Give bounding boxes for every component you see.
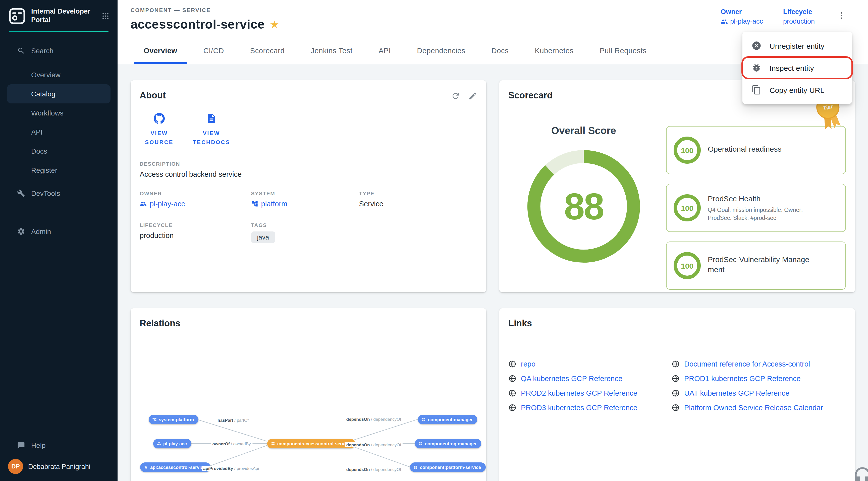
tab-api[interactable]: API xyxy=(366,38,404,64)
menu-item-copy-entity-url[interactable]: Copy entity URL xyxy=(742,79,852,101)
tab-scorecard[interactable]: Scorecard xyxy=(237,38,298,64)
component-icon xyxy=(418,441,423,446)
relations-graph: system:platform pl-play-acc api:accessco… xyxy=(131,333,486,481)
github-icon xyxy=(154,113,165,124)
view-techdocs-link[interactable]: VIEW TECHDOCS xyxy=(192,113,231,147)
globe-icon xyxy=(508,389,516,397)
link-uat-kubernetes[interactable]: UAT kubernetes GCP Reference xyxy=(672,388,846,398)
overall-score-value: 88 xyxy=(524,147,644,266)
favorite-star-icon[interactable]: ★ xyxy=(270,19,279,29)
sidebar-search[interactable]: Search xyxy=(0,41,118,60)
tab-cicd[interactable]: CI/CD xyxy=(190,38,237,64)
sidebar-accent-divider xyxy=(9,31,108,32)
relation-node-platform-service[interactable]: component:platform-service xyxy=(410,462,486,472)
lifecycle-label: Lifecycle xyxy=(783,8,815,15)
chat-icon xyxy=(17,441,25,449)
tab-kubernetes[interactable]: Kubernetes xyxy=(522,38,586,64)
bug-icon xyxy=(751,63,762,73)
techdocs-icon xyxy=(206,113,217,124)
component-icon xyxy=(271,441,275,446)
cancel-icon xyxy=(751,41,762,51)
refresh-icon[interactable] xyxy=(451,91,460,100)
edge-label: dependsOn / dependencyOf xyxy=(345,467,403,472)
tab-dependencies[interactable]: Dependencies xyxy=(404,38,478,64)
sidebar-nav: Overview Catalog Workflows API Docs Regi… xyxy=(0,65,118,180)
star-icon xyxy=(144,465,148,470)
search-icon xyxy=(17,47,25,55)
screen: Internal Developer Portal Search Overvie… xyxy=(0,0,868,481)
system-tree-icon xyxy=(152,417,157,422)
sidebar-item-docs[interactable]: Docs xyxy=(7,141,111,161)
edit-icon[interactable] xyxy=(468,91,477,100)
entity-meta: Owner pl-play-acc Lifecycle production xyxy=(720,8,846,25)
sidebar-item-register[interactable]: Register xyxy=(7,161,111,180)
relation-node-system[interactable]: system:platform xyxy=(149,415,198,424)
entity-context-menu: Unregister entity Inspect entity Copy en… xyxy=(742,32,852,104)
sidebar-item-workflows[interactable]: Workflows xyxy=(7,103,111,123)
about-card: About VIEW SOURCE VIEW TE xyxy=(131,80,486,292)
link-prod3-kubernetes[interactable]: PROD3 kubernetes GCP Reference xyxy=(508,403,672,412)
scorecard-card: Scorecard Tier Overall Score xyxy=(499,80,855,292)
tab-jenkins-test[interactable]: Jenkins Test xyxy=(298,38,366,64)
globe-icon xyxy=(672,374,680,382)
lifecycle-value: production xyxy=(783,18,815,25)
component-icon xyxy=(422,417,426,422)
scorecard-title: Scorecard xyxy=(508,90,553,101)
view-source-link[interactable]: VIEW SOURCE xyxy=(140,113,179,147)
sidebar-item-catalog[interactable]: Catalog xyxy=(7,84,111,103)
description-value: Access control backend service xyxy=(140,170,477,179)
link-prod2-kubernetes[interactable]: PROD2 kubernetes GCP Reference xyxy=(508,388,672,398)
check-score-ring: 100 xyxy=(674,194,701,221)
tab-pull-requests[interactable]: Pull Requests xyxy=(587,38,660,64)
owner-value-link[interactable]: pl-play-acc xyxy=(140,200,251,208)
system-tree-icon xyxy=(251,200,258,207)
tab-docs[interactable]: Docs xyxy=(478,38,522,64)
link-release-calendar[interactable]: Platform Owned Service Release Calendar xyxy=(672,403,846,412)
sidebar-item-overview[interactable]: Overview xyxy=(7,65,111,84)
edge-label: dependsOn / dependencyOf xyxy=(345,442,403,447)
group-icon xyxy=(157,441,161,446)
avatar: DP xyxy=(8,459,23,474)
check-score-ring: 100 xyxy=(674,136,701,164)
sidebar-item-devtools[interactable]: DevTools xyxy=(0,184,118,203)
tab-overview[interactable]: Overview xyxy=(131,38,190,64)
user-profile[interactable]: DP Debabrata Panigrahi xyxy=(0,455,118,474)
globe-icon xyxy=(508,374,516,382)
check-prodsec-vulnerability[interactable]: 100 ProdSec-Vulnerability Management xyxy=(666,242,846,290)
component-icon xyxy=(413,465,418,470)
link-doc-reference[interactable]: Document reference for Access-control xyxy=(672,359,846,368)
owner-link[interactable]: pl-play-acc xyxy=(720,18,763,25)
menu-item-unregister-entity[interactable]: Unregister entity xyxy=(742,35,852,57)
relation-node-center[interactable]: component:accesscontrol-service xyxy=(267,439,355,448)
system-field: SYSTEM platform xyxy=(251,191,359,208)
check-prodsec-health[interactable]: 100 ProdSec Health Q4 Goal, mission impo… xyxy=(666,184,846,232)
relation-node-api[interactable]: api:accesscontrol-service xyxy=(140,462,210,472)
copy-icon xyxy=(751,85,762,95)
link-prod1-kubernetes[interactable]: PROD1 kubernetes GCP Reference xyxy=(672,374,846,383)
link-qa-kubernetes[interactable]: QA kubernetes GCP Reference xyxy=(508,374,672,383)
apps-grid-icon[interactable] xyxy=(100,11,111,21)
relation-node-owner[interactable]: pl-play-acc xyxy=(153,439,191,448)
sidebar: Internal Developer Portal Search Overvie… xyxy=(0,0,118,481)
sidebar-item-admin[interactable]: Admin xyxy=(0,222,118,241)
page-title: accesscontrol-service xyxy=(131,17,265,31)
scorecard-checks: 100 Operational readiness 100 ProdSec He… xyxy=(666,126,846,290)
overall-score-donut: 88 xyxy=(524,147,644,266)
relation-node-ng-manager[interactable]: component:ng-manager xyxy=(415,439,481,448)
support-headset-icon[interactable] xyxy=(852,467,868,481)
sidebar-item-help[interactable]: Help xyxy=(0,436,118,455)
menu-item-inspect-entity[interactable]: Inspect entity xyxy=(742,57,852,79)
check-operational-readiness[interactable]: 100 Operational readiness xyxy=(666,126,846,174)
lifecycle-field: LIFECYCLE production xyxy=(140,222,251,243)
tag-chip[interactable]: java xyxy=(251,232,275,243)
link-repo[interactable]: repo xyxy=(508,359,672,368)
more-menu-icon[interactable] xyxy=(837,11,846,20)
edge-label: apiProvidedBy / providesApi xyxy=(202,466,260,471)
sidebar-item-api[interactable]: API xyxy=(7,123,111,141)
relations-card: Relations xyxy=(131,308,486,481)
relation-node-manager[interactable]: component:manager xyxy=(418,415,477,424)
system-value-link[interactable]: platform xyxy=(251,200,359,208)
relations-title: Relations xyxy=(140,318,180,329)
portal-logo-icon xyxy=(8,7,26,25)
overall-score-block: Overall Score 88 xyxy=(508,114,659,290)
